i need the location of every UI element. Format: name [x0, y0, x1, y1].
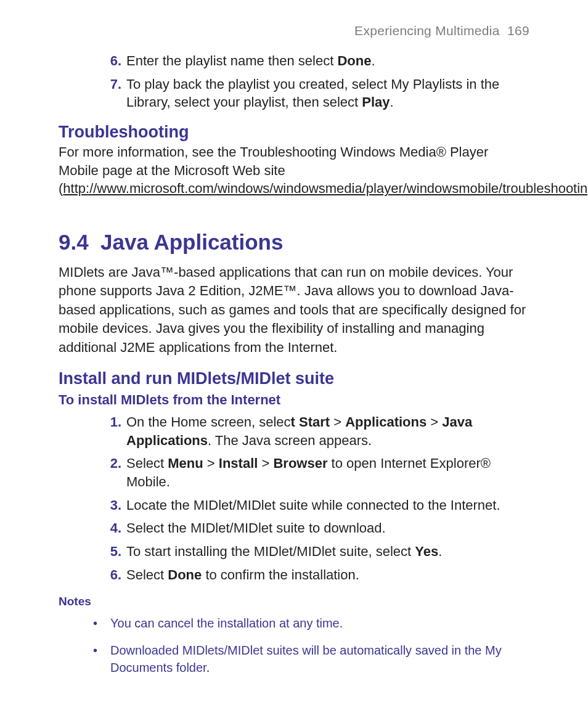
ui-label: Done — [168, 567, 202, 582]
note-item: You can cancel the installation at any t… — [93, 615, 529, 632]
list-item: 6. Enter the playlist name then select D… — [102, 52, 529, 70]
subheading-install-internet: To install MIDlets from the Internet — [59, 392, 529, 408]
list-item: 1. On the Home screen, select Start > Ap… — [102, 413, 529, 449]
chapter-name: Experiencing Multimedia — [354, 23, 500, 38]
section-heading: 9.4 Java Applications — [59, 230, 529, 255]
step-text: . — [390, 94, 394, 110]
step-text: Select — [126, 455, 168, 471]
list-item: 3. Locate the MIDlet/MIDlet suite while … — [102, 496, 529, 515]
step-text: Select the MIDlet/MIDlet suite to downlo… — [126, 520, 386, 536]
notes-heading: Notes — [59, 595, 529, 608]
list-item: 7. To play back the playlist you created… — [102, 75, 529, 112]
note-text: Downloaded MIDlets/MIDlet suites will be… — [110, 643, 502, 674]
ui-label: Menu — [168, 455, 203, 471]
ui-label: Play — [362, 94, 390, 110]
step-text: To play back the playlist you created, s… — [126, 76, 499, 110]
step-number: 2. — [102, 454, 121, 473]
heading-install-run: Install and run MIDlets/MIDlet suite — [59, 369, 529, 388]
step-number: 6. — [102, 566, 121, 584]
document-page: Experiencing Multimedia 169 6. Enter the… — [0, 0, 588, 711]
ui-label: Yes — [415, 544, 438, 559]
list-item: 5. To start installing the MIDlet/MIDlet… — [102, 542, 529, 561]
step-text: To start installing the MIDlet/MIDlet su… — [126, 544, 415, 559]
step-text: to confirm the installation. — [202, 567, 359, 582]
step-text: > — [203, 455, 219, 471]
list-item: 6. Select Done to confirm the installati… — [102, 566, 529, 584]
list-item: 4. Select the MIDlet/MIDlet suite to dow… — [102, 519, 529, 537]
install-steps-list: 1. On the Home screen, select Start > Ap… — [59, 413, 529, 584]
step-number: 7. — [102, 75, 121, 94]
step-number: 4. — [102, 519, 121, 537]
note-period: . — [206, 661, 210, 674]
ui-label: Browser — [273, 455, 327, 471]
step-number: 1. — [102, 413, 121, 431]
troubleshooting-paragraph: For more information, see the Troublesho… — [59, 143, 529, 198]
note-text: You can cancel the installation at any t… — [110, 616, 343, 630]
ui-label: t Start — [291, 414, 330, 430]
ui-label: Done — [337, 53, 371, 68]
section-intro: MIDlets are Java™-based applications tha… — [59, 263, 529, 357]
section-title-text: Java Applications — [100, 230, 283, 254]
continued-steps-list: 6. Enter the playlist name then select D… — [59, 52, 529, 112]
step-text: > — [330, 414, 345, 430]
heading-troubleshooting: Troubleshooting — [59, 123, 529, 142]
step-text: On the Home screen, selec — [126, 414, 291, 430]
step-text: > — [427, 414, 442, 430]
external-link[interactable]: http://www.microsoft.com/windows/windows… — [63, 181, 588, 196]
section-number: 9.4 — [59, 230, 89, 254]
ui-label: Applications — [345, 414, 427, 430]
note-item: Downloaded MIDlets/MIDlet suites will be… — [93, 642, 529, 676]
running-head: Experiencing Multimedia 169 — [59, 23, 529, 38]
step-number: 3. — [102, 496, 121, 515]
list-item: 2. Select Menu > Install > Browser to op… — [102, 454, 529, 491]
notes-list: You can cancel the installation at any t… — [59, 615, 529, 676]
step-text: Select — [126, 567, 168, 582]
step-text: > — [258, 455, 273, 471]
ui-label: Install — [219, 455, 258, 471]
page-number: 169 — [507, 23, 529, 38]
step-number: 5. — [102, 542, 121, 561]
step-text: Enter the playlist name then select — [126, 53, 337, 68]
step-text: . The Java screen appears. — [208, 433, 372, 448]
step-text: Locate the MIDlet/MIDlet suite while con… — [126, 497, 500, 513]
step-number: 6. — [102, 52, 121, 70]
step-text: . — [438, 544, 442, 559]
step-text: . — [371, 53, 375, 68]
